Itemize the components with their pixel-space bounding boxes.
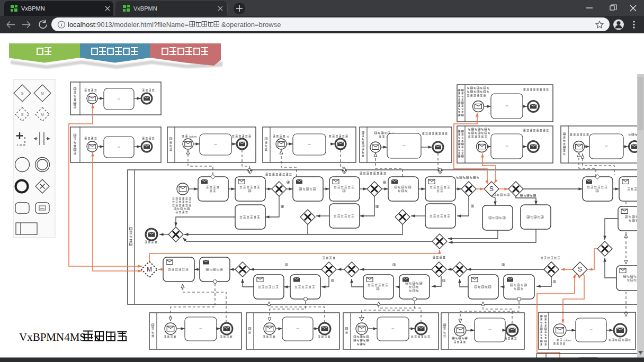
svg-text:M: M	[147, 266, 152, 273]
svg-text:S: S	[21, 92, 24, 95]
svg-text:VxBPMN: VxBPMN	[133, 5, 157, 12]
svg-text:VxBPMN: VxBPMN	[21, 5, 45, 12]
svg-text:&operation=browse: &operation=browse	[221, 21, 281, 29]
svg-text:M: M	[41, 113, 44, 116]
svg-text:S: S	[489, 185, 494, 193]
svg-text:token: token	[189, 135, 197, 138]
svg-text:localhost:9013/modeler.html?fi: localhost:9013/modeler.html?fileName=	[68, 21, 189, 29]
svg-text:M: M	[41, 92, 44, 95]
svg-text:id: id	[287, 135, 289, 138]
svg-text:VxBPMN4MS: VxBPMN4MS	[19, 331, 86, 343]
svg-text:S: S	[21, 113, 24, 116]
svg-text:token: token	[564, 339, 571, 342]
svg-text:S: S	[578, 266, 582, 273]
